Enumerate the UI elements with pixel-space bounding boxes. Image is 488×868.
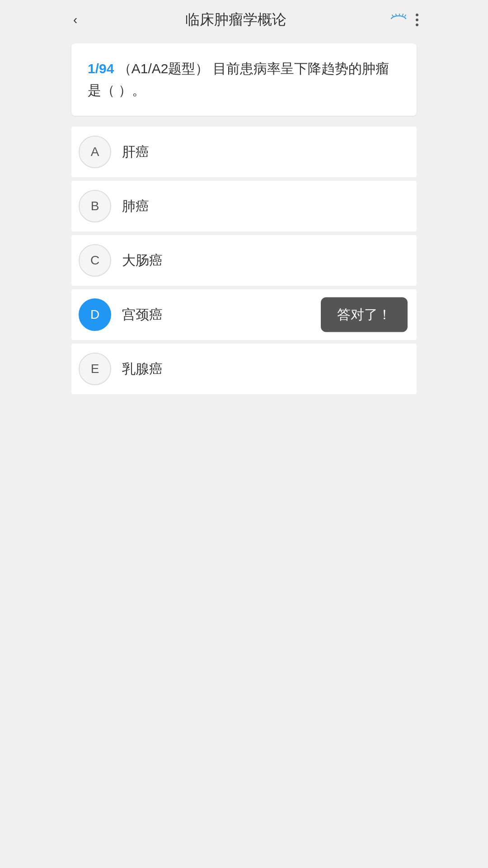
option-label-a: 肝癌 <box>122 143 149 161</box>
option-circle-d: D <box>79 298 111 331</box>
option-item-a[interactable]: A肝癌 <box>71 127 417 177</box>
option-label-d: 宫颈癌 <box>122 306 163 324</box>
option-label-e: 乳腺癌 <box>122 360 163 378</box>
eye-icon[interactable] <box>390 13 407 27</box>
option-label-b: 肺癌 <box>122 197 149 216</box>
option-circle-a: A <box>79 136 111 168</box>
answer-toast: 答对了！ <box>321 297 408 332</box>
question-number: 1/94 <box>88 61 114 76</box>
page-title: 临床肿瘤学概论 <box>185 10 286 30</box>
svg-line-0 <box>392 15 393 16</box>
back-button[interactable]: ‹ <box>70 9 81 31</box>
option-circle-b: B <box>79 190 111 222</box>
option-item-b[interactable]: B肺癌 <box>71 181 417 231</box>
option-label-c: 大肠癌 <box>122 251 163 270</box>
svg-line-3 <box>403 14 403 15</box>
header-actions <box>390 13 418 27</box>
svg-line-4 <box>405 15 406 16</box>
options-list: A肝癌B肺癌C大肠癌D宫颈癌答对了！E乳腺癌 <box>71 127 417 394</box>
svg-line-1 <box>396 14 396 15</box>
option-circle-c: C <box>79 244 111 277</box>
option-item-d[interactable]: D宫颈癌答对了！ <box>71 289 417 340</box>
more-menu-button[interactable] <box>416 14 418 26</box>
option-item-e[interactable]: E乳腺癌 <box>71 344 417 394</box>
app-header: ‹ 临床肿瘤学概论 <box>59 0 429 40</box>
question-card: 1/94 （A1/A2题型） 目前患病率呈下降趋势的肿瘤是（ ）。 <box>71 43 417 116</box>
question-content: 1/94 （A1/A2题型） 目前患病率呈下降趋势的肿瘤是（ ）。 <box>88 58 400 101</box>
option-circle-e: E <box>79 353 111 385</box>
option-item-c[interactable]: C大肠癌 <box>71 235 417 286</box>
question-type: （A1/A2题型） <box>118 61 209 76</box>
